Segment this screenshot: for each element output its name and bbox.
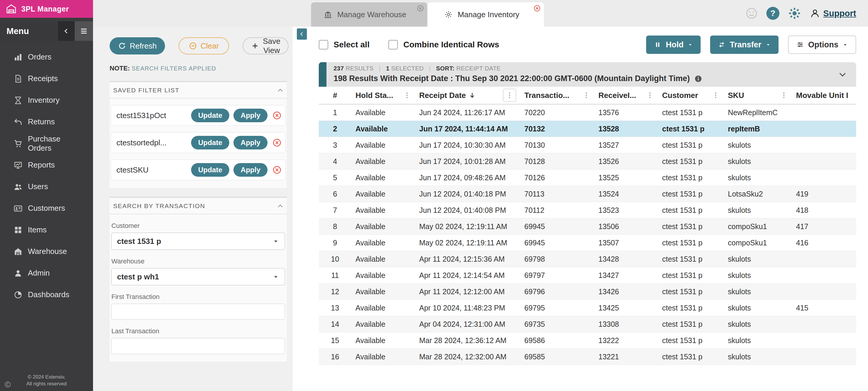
cell-receivei: 13308: [594, 320, 658, 329]
cell-movable-unit-i: 416: [792, 238, 856, 247]
table-row[interactable]: 9AvailableMay 02 2024, 12:19:11 AM699451…: [319, 235, 856, 251]
table-row[interactable]: 4AvailableJun 17 2024, 10:01:28 AM701281…: [319, 153, 856, 170]
sidebar-item-customers[interactable]: Customers: [0, 197, 93, 219]
table-row[interactable]: 11AvailableApr 11 2024, 12:14:54 AM69797…: [319, 267, 856, 284]
sidebar-item-purchase-orders[interactable]: Purchase Orders: [0, 133, 93, 154]
column-header-hold-sta[interactable]: Hold Sta...: [351, 87, 415, 104]
apply-filter-button[interactable]: Apply: [234, 109, 268, 122]
close-tab-icon[interactable]: [533, 4, 541, 12]
customer-select[interactable]: ctest 1531 p: [112, 233, 285, 250]
last-transaction-input[interactable]: [112, 338, 285, 354]
column-menu-icon[interactable]: [712, 92, 720, 99]
sidebar-item-inventory[interactable]: Inventory: [0, 89, 93, 111]
support-link[interactable]: Support: [810, 8, 856, 19]
transfer-button[interactable]: Transfer: [710, 35, 778, 54]
cell-movable-unit-i: 415: [792, 304, 856, 312]
sidebar-item-receipts[interactable]: Receipts: [0, 68, 93, 89]
table-row[interactable]: 6AvailableJun 12 2024, 01:40:18 PM701131…: [319, 186, 856, 202]
column-header-transactio[interactable]: Transactio...: [520, 87, 594, 104]
saved-filter-list-header[interactable]: SAVED FILTER LIST: [110, 82, 287, 99]
apply-filter-button[interactable]: Apply: [234, 163, 268, 177]
column-menu-icon[interactable]: [646, 92, 654, 99]
app-logo-bar[interactable]: 3PL Manager: [0, 0, 93, 18]
remove-filter-icon[interactable]: [272, 111, 282, 120]
sidebar-item-warehouse[interactable]: Warehouse: [0, 241, 93, 262]
results-summary-bar[interactable]: 237 RESULTS | 1 SELECTED | SORT: RECEIPT…: [319, 62, 856, 87]
cell-customer: ctest 1531 p: [658, 108, 724, 117]
table-row[interactable]: 2AvailableJun 17 2024, 11:44:14 AM701321…: [319, 121, 856, 137]
table-row[interactable]: 15AvailableMar 28 2024, 12:36:12 AM69586…: [319, 332, 856, 349]
help-icon[interactable]: ?: [766, 7, 779, 20]
footer-line1: © 2024 Extensiv,: [3, 374, 90, 381]
feedback-smiley-icon[interactable]: [745, 7, 758, 20]
table-row[interactable]: 10AvailableApr 11 2024, 12:15:36 AM69798…: [319, 251, 856, 267]
update-filter-button[interactable]: Update: [191, 109, 229, 122]
warehouse-select[interactable]: ctest p wh1: [112, 268, 285, 285]
clear-button[interactable]: Clear: [179, 37, 229, 55]
search-by-transaction-header[interactable]: SEARCH BY TRANSACTION: [110, 198, 287, 214]
tab-manage-inventory[interactable]: Manage Inventory: [428, 2, 544, 27]
copyright-badge-icon[interactable]: [4, 381, 11, 388]
close-tab-icon[interactable]: [416, 4, 424, 12]
options-button[interactable]: Options: [788, 35, 856, 54]
combine-rows-checkbox[interactable]: [389, 40, 398, 50]
combine-rows-label: Combine Identical Rows: [403, 40, 499, 50]
combine-rows-group[interactable]: Combine Identical Rows: [389, 40, 499, 50]
update-filter-button[interactable]: Update: [191, 163, 229, 177]
cell-sku: skulots: [724, 304, 792, 312]
sidebar-item-reports[interactable]: Reports: [0, 154, 93, 176]
column-header-[interactable]: #: [319, 87, 351, 104]
column-header-movable-unit-i[interactable]: Movable Unit I: [792, 87, 856, 104]
first-transaction-input[interactable]: [112, 304, 285, 320]
column-menu-icon[interactable]: [403, 92, 411, 99]
column-menu-icon[interactable]: [582, 92, 590, 99]
table-row[interactable]: 7AvailableJun 12 2024, 01:40:08 PM701121…: [319, 202, 856, 219]
table-row[interactable]: 14AvailableApr 04 2024, 12:31:00 AM69735…: [319, 316, 856, 332]
menu-toggle-button[interactable]: [75, 21, 93, 41]
remove-filter-icon[interactable]: [272, 165, 282, 175]
table-row[interactable]: 16AvailableMar 28 2024, 12:32:00 AM69585…: [319, 349, 856, 365]
toolbar-actions: Hold Transfer Options: [646, 35, 856, 54]
save-view-button[interactable]: Save View: [243, 37, 288, 55]
tab-manage-warehouse[interactable]: Manage Warehouse: [311, 2, 427, 27]
apply-filter-button[interactable]: Apply: [234, 136, 268, 150]
column-header-receipt-date[interactable]: Receipt Date: [415, 87, 520, 104]
sidebar-item-admin[interactable]: Admin: [0, 262, 93, 284]
column-menu-button[interactable]: [503, 89, 516, 102]
sidebar-item-returns[interactable]: Returns: [0, 111, 93, 133]
sidebar-item-dashboards[interactable]: Dashboards: [0, 284, 93, 305]
column-menu-icon[interactable]: [780, 92, 788, 99]
hold-button[interactable]: Hold: [646, 35, 701, 54]
sliders-icon: [796, 41, 804, 48]
info-icon[interactable]: [694, 74, 703, 83]
table-row[interactable]: 5AvailableJun 17 2024, 09:48:26 AM701261…: [319, 170, 856, 186]
table-row[interactable]: 12AvailableApr 11 2024, 12:12:00 AM69796…: [319, 284, 856, 300]
pause-icon: [654, 41, 661, 48]
select-all-checkbox[interactable]: [319, 40, 328, 50]
column-header-sku[interactable]: SKU: [724, 87, 792, 104]
column-header-customer[interactable]: Customer: [658, 87, 724, 104]
filter-panel-collapse-button[interactable]: [297, 28, 307, 40]
table-row[interactable]: 1AvailableJun 24 2024, 11:26:17 AM702201…: [319, 104, 856, 121]
column-header-receivei[interactable]: ReceiveI...: [594, 87, 658, 104]
sidebar-item-users[interactable]: Users: [0, 176, 93, 197]
cell-receipt-date: May 02 2024, 12:19:11 AM: [415, 222, 520, 231]
select-all-group[interactable]: Select all: [319, 40, 369, 50]
cell-transactio: 70130: [520, 141, 594, 150]
table-row[interactable]: 3AvailableJun 17 2024, 10:30:30 AM701301…: [319, 137, 856, 153]
table-row[interactable]: 8AvailableMay 02 2024, 12:19:11 AM699451…: [319, 219, 856, 235]
sidebar-collapse-button[interactable]: [58, 21, 75, 41]
cell-hold-sta: Available: [351, 255, 415, 263]
sidebar-item-orders[interactable]: Orders: [0, 46, 93, 68]
cell-receipt-date: Apr 11 2024, 12:14:54 AM: [415, 271, 520, 280]
update-filter-button[interactable]: Update: [191, 136, 229, 150]
results-collapse-chevron-icon[interactable]: [838, 70, 847, 79]
saved-filter-list-title: SAVED FILTER LIST: [113, 87, 180, 94]
remove-filter-icon[interactable]: [272, 138, 282, 148]
sidebar-item-items[interactable]: Items: [0, 219, 93, 241]
refresh-button[interactable]: Refresh: [110, 37, 165, 55]
cell-hold-sta: Available: [351, 141, 415, 150]
receipts-icon: [13, 74, 23, 83]
table-row[interactable]: 13AvailableApr 10 2024, 11:48:23 PM69795…: [319, 300, 856, 316]
settings-gear-icon[interactable]: [788, 6, 801, 20]
